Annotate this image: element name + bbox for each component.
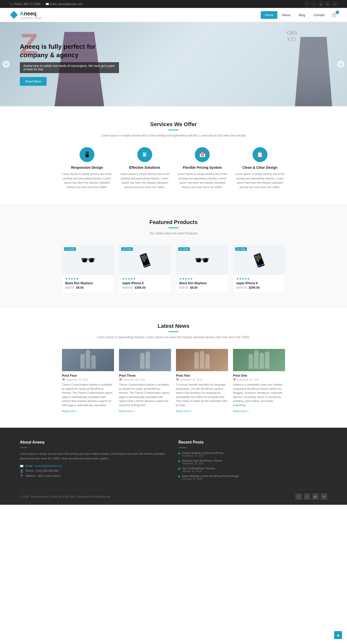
recent-post-4[interactable]: ▶ Event Monster is best WordPress Event … xyxy=(178,474,327,480)
news-post-three-read-more[interactable]: Read more » xyxy=(119,410,135,412)
recent-post-3-text: Top 10 WordPress Themes. xyxy=(182,467,216,470)
footer-social-gp[interactable]: g+ xyxy=(312,493,319,500)
news-divider xyxy=(168,331,178,332)
main-nav: Home About Blog Contact 🛒 1 xyxy=(261,11,337,19)
recent-post-2-text: Aneeq is best WordPress Theme. xyxy=(182,459,223,462)
news-post-one-date: 📅 September 28, 2018 xyxy=(233,378,285,381)
nav-about[interactable]: About xyxy=(278,11,294,19)
product-2[interactable]: On Sale! 📱 ★★★★★ Apple iPhone 6 $499.00 … xyxy=(119,245,171,293)
news-post-two-img xyxy=(176,349,228,371)
social-pi[interactable]: p xyxy=(332,2,337,6)
hero-subtitle: Aneeq have to satisfy real needs of real… xyxy=(20,62,119,73)
news-post-one-title: Post One xyxy=(233,374,285,378)
recent-post-3[interactable]: ▶ Top 10 WordPress Themes. January 03, 2… xyxy=(178,467,327,472)
news-post-two-read-more[interactable]: Read more » xyxy=(176,410,192,412)
news-post-three-text: Theme Customization feature is available… xyxy=(119,382,171,407)
product-3-new-price: $9.00 xyxy=(190,286,198,290)
news-post-two: Post Two 📅 September 28, 2018 To ensure … xyxy=(176,349,228,413)
nav-contact[interactable]: Contact xyxy=(310,11,329,19)
nav-home[interactable]: Home xyxy=(261,11,277,19)
news-title: Latest News xyxy=(10,323,337,329)
product-3-image: On Sale! 🕶️ xyxy=(176,245,228,275)
product-4-stars: ★★★★★ xyxy=(233,275,285,282)
recent-post-1-text: Design Website Using WordPress. xyxy=(182,452,224,454)
service-effective-icon: 🖩 xyxy=(137,147,152,162)
service-clean-text: Lorem Ipsum is simply dummy text of the … xyxy=(235,172,285,189)
product-4-image: On Sale! 📱 xyxy=(233,245,285,275)
footer-social-in[interactable]: in xyxy=(321,493,327,500)
cart-button[interactable]: 🛒 1 xyxy=(332,12,337,18)
service-clean-icon: 📋 xyxy=(252,147,268,162)
footer-email-link[interactable]: example@mymail.com xyxy=(35,464,62,467)
hero-read-more-button[interactable]: Read More xyxy=(20,77,46,86)
social-gp[interactable]: g xyxy=(318,2,323,6)
hero-person-right xyxy=(295,37,332,106)
news-post-four-img xyxy=(62,349,114,371)
news-post-three-title: Post Three xyxy=(119,374,171,378)
news-post-four-read-more[interactable]: Read more » xyxy=(62,410,78,412)
email-info: ✉️ Email: name@domain.com xyxy=(46,2,82,6)
logo[interactable]: Aneeq A BUSINESS THEME xyxy=(10,10,42,19)
products-grid: On Sale! 🕶️ ★★★★★ Black Rim Wayfarer $18… xyxy=(62,245,285,293)
cart-badge: 1 xyxy=(336,11,339,14)
news-post-two-title: Post Two xyxy=(176,374,228,378)
services-section: Services We Offer Lorem Ipsum is simply … xyxy=(0,106,347,204)
nav-blog[interactable]: Blog xyxy=(295,11,309,19)
product-3[interactable]: On Sale! 🕶️ ★★★★★ Black Rim Wayfarer $18… xyxy=(176,245,228,293)
product-1[interactable]: On Sale! 🕶️ ★★★★★ Black Rim Wayfarer $18… xyxy=(62,245,114,293)
top-bar-social: f t g in p xyxy=(304,2,337,6)
service-flexible-pricing: 📅 Flexible Pricing System Lorem Ipsum is… xyxy=(177,147,228,189)
footer-social-tw[interactable]: t xyxy=(304,493,310,500)
footer-recent-posts-title: Recent Posts xyxy=(178,440,327,444)
product-2-image: On Sale! 📱 xyxy=(119,245,171,275)
copyright-text: © 2018 - Aneeq | Aneeq Theme By A WP Lif… xyxy=(20,495,110,498)
social-fb[interactable]: f xyxy=(304,2,309,6)
product-4-new-price: $399.00 xyxy=(249,286,260,290)
social-tw[interactable]: t xyxy=(311,2,316,6)
logo-diamond-icon xyxy=(10,11,18,19)
product-1-new-price: $9.00 xyxy=(76,286,84,290)
hero-section: Z QRSYZ1 Aneeq is fully perfect for comp… xyxy=(0,22,347,106)
recent-post-4-date: February 15, 2018 xyxy=(182,478,240,480)
service-clean-title: Clean & Clear Design xyxy=(235,166,285,170)
product-4[interactable]: On Sale! 📱 ★★★★★ Apple iPhone 6 $499.00 … xyxy=(233,245,285,293)
product-3-badge: On Sale! xyxy=(178,247,190,251)
products-section: Featured Products Our Online Store All L… xyxy=(0,204,347,308)
product-4-name: Apple iPhone 6 xyxy=(233,282,285,286)
product-2-stars: ★★★★★ xyxy=(119,275,171,282)
recent-post-3-date: January 03, 2018 xyxy=(182,470,216,472)
product-4-old-price: $499.00 xyxy=(236,286,247,290)
address-icon: 📍 xyxy=(20,474,24,478)
phone-icon: 👤 xyxy=(20,469,24,473)
hero-arrow-right[interactable]: › xyxy=(337,60,344,68)
recent-post-1[interactable]: ▶ Design Website Using WordPress. Novemb… xyxy=(178,452,327,457)
email-icon: ✉️ xyxy=(20,464,24,468)
news-post-four-text: Theme Customization feature is available… xyxy=(62,382,114,407)
footer-address: 📍 Address : 2021 Lorem Ipsum xyxy=(20,474,168,478)
top-bar-left: 📞 Phone: 999-777-5555 ✉️ Email: name@dom… xyxy=(10,2,82,6)
service-effective-text: Lorem Ipsum is simply dummy text of the … xyxy=(120,172,170,189)
news-post-three-date: 📅 September 29, 2018 xyxy=(119,378,171,381)
recent-post-4-bullet: ▶ xyxy=(178,474,181,478)
news-section: Latest News Lorem Ipsum is hypesetting i… xyxy=(0,308,347,428)
products-subtitle: Our Online Store All Latest Products xyxy=(10,232,337,235)
social-in[interactable]: in xyxy=(325,2,330,6)
news-post-one-text: Aneeq is a completely clean and creative… xyxy=(233,382,285,407)
logo-text: Aneeq xyxy=(20,10,36,16)
hero-text-decoration: QRSYZ1 xyxy=(287,30,298,42)
service-pricing-text: Lorem Ipsum is simply dummy text of the … xyxy=(177,172,228,189)
recent-post-2[interactable]: ▶ Aneeq is best WordPress Theme. Decembe… xyxy=(178,459,327,465)
product-2-name: Apple iPhone 6 xyxy=(119,282,171,286)
news-post-four-date: 📅 September 29, 2018 xyxy=(62,378,114,381)
service-responsive-icon: 📱 xyxy=(80,147,94,162)
products-title: Featured Products xyxy=(10,219,337,226)
hero-arrow-left[interactable]: ‹ xyxy=(2,60,10,68)
news-post-one-read-more[interactable]: Read more » xyxy=(233,410,249,412)
recent-post-2-date: December 05, 2017 xyxy=(182,462,223,465)
footer-about-divider xyxy=(20,448,27,448)
service-effective-solutions: 🖩 Effective Solutions Lorem Ipsum is sim… xyxy=(120,147,170,189)
product-2-price: $499.00 $399.00 xyxy=(119,286,171,290)
footer-social-fb[interactable]: f xyxy=(296,493,302,500)
hero-content: Aneeq is fully perfect for company & age… xyxy=(0,42,139,86)
product-1-price: $18.00 $9.00 xyxy=(62,286,114,290)
